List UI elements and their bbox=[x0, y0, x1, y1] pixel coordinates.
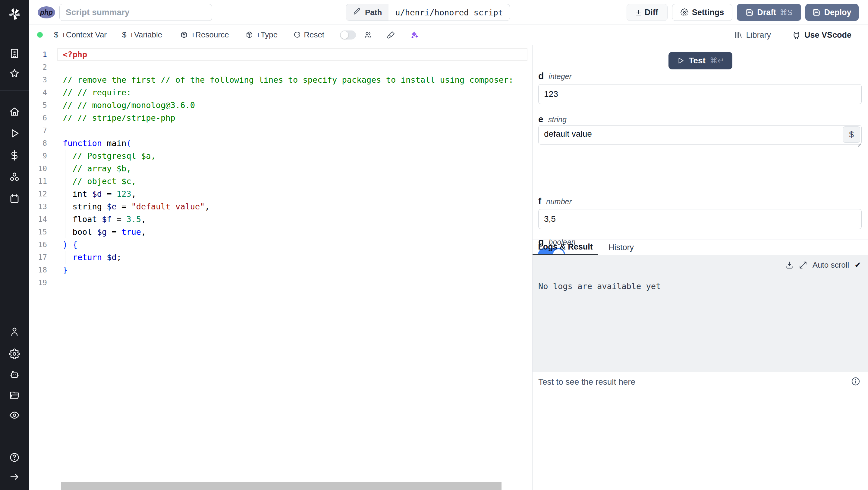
add-context-var-button[interactable]: $ +Context Var bbox=[54, 30, 107, 39]
field-input-d[interactable] bbox=[538, 84, 862, 104]
line-number: 11 bbox=[29, 175, 47, 188]
use-vscode-button[interactable]: Use VScode bbox=[792, 30, 851, 40]
field-input-e[interactable]: default value bbox=[538, 125, 862, 145]
multiplayer-toggle[interactable] bbox=[340, 30, 356, 39]
deploy-button[interactable]: Deploy bbox=[805, 4, 859, 21]
test-shortcut: ⌘↵ bbox=[710, 56, 724, 65]
code-line[interactable]: 19 bbox=[29, 277, 532, 289]
settings-button[interactable]: Settings bbox=[672, 4, 733, 21]
vscode-cat-icon bbox=[792, 31, 801, 39]
line-number: 8 bbox=[29, 137, 47, 150]
windmill-logo[interactable] bbox=[7, 6, 22, 22]
path-editor[interactable]: Path u/henri/honored_script bbox=[346, 4, 510, 21]
save-icon bbox=[812, 8, 820, 16]
resources-cubes-icon[interactable] bbox=[9, 172, 20, 182]
settings-gear-icon[interactable] bbox=[9, 348, 20, 359]
horizontal-scrollbar-thumb[interactable] bbox=[61, 482, 501, 490]
line-number: 18 bbox=[29, 264, 47, 277]
audit-eye-icon[interactable] bbox=[9, 410, 20, 421]
runs-play-icon[interactable] bbox=[9, 128, 20, 139]
sidebar-divider bbox=[0, 90, 29, 91]
code-editor[interactable]: 1<?php23// remove the first // of the fo… bbox=[29, 45, 532, 490]
code-line[interactable]: 9 // Postgresql $a, bbox=[29, 150, 532, 162]
check-icon[interactable]: ✔ bbox=[855, 260, 861, 270]
line-number: 1 bbox=[29, 48, 47, 61]
line-number: 15 bbox=[29, 226, 47, 238]
line-number: 16 bbox=[29, 238, 47, 251]
field-label-f: f number bbox=[538, 196, 572, 206]
code-line[interactable]: 17 return $d; bbox=[29, 251, 532, 264]
no-logs-message: No logs are available yet bbox=[538, 282, 661, 291]
refresh-icon bbox=[293, 31, 301, 39]
code-line[interactable]: 2 bbox=[29, 61, 532, 74]
code-line[interactable]: 15 bool $g = true, bbox=[29, 226, 532, 238]
line-number: 3 bbox=[29, 74, 47, 86]
library-icon bbox=[734, 31, 742, 39]
help-icon[interactable] bbox=[9, 452, 20, 463]
code-line[interactable]: 3// remove the first // of the following… bbox=[29, 74, 532, 86]
code-line[interactable]: 12 int $d = 123, bbox=[29, 188, 532, 200]
draft-button[interactable]: Draft ⌘S bbox=[737, 4, 801, 21]
favorites-star-icon[interactable] bbox=[9, 68, 20, 79]
line-number: 17 bbox=[29, 251, 47, 264]
php-language-badge: php bbox=[38, 6, 55, 19]
code-line[interactable]: 8function main( bbox=[29, 137, 532, 150]
user-icon[interactable] bbox=[9, 326, 20, 337]
test-button[interactable]: Test ⌘↵ bbox=[669, 52, 733, 69]
schedules-calendar-icon[interactable] bbox=[9, 194, 20, 204]
code-line[interactable]: 14 float $f = 3.5, bbox=[29, 213, 532, 226]
folders-icon[interactable] bbox=[9, 390, 20, 400]
info-icon[interactable] bbox=[851, 377, 861, 386]
expand-sidebar-arrow-icon[interactable] bbox=[9, 471, 20, 482]
code-line[interactable]: 5// // monolog/monolog@3.6.0 bbox=[29, 99, 532, 112]
status-dot bbox=[37, 32, 43, 38]
insert-variable-button[interactable]: $ bbox=[843, 126, 860, 143]
code-line[interactable]: 10 // array $b, bbox=[29, 162, 532, 175]
field-input-f[interactable] bbox=[538, 209, 862, 229]
line-number: 2 bbox=[29, 61, 47, 74]
results-tabs: Logs & Result History bbox=[532, 239, 868, 255]
logs-panel: Auto scroll ✔ No logs are available yet bbox=[532, 255, 868, 372]
line-number: 9 bbox=[29, 150, 47, 162]
result-area: Test to see the result here bbox=[532, 372, 868, 490]
package-icon bbox=[246, 31, 253, 39]
path-value: u/henri/honored_script bbox=[389, 4, 510, 21]
line-number: 13 bbox=[29, 200, 47, 213]
code-line[interactable]: 1<?php bbox=[29, 48, 532, 61]
sidebar bbox=[0, 0, 29, 490]
add-resource-button[interactable]: +Resource bbox=[180, 30, 229, 39]
ai-sparkles-icon[interactable] bbox=[410, 31, 418, 39]
tab-history[interactable]: History bbox=[609, 240, 634, 255]
users-icon[interactable] bbox=[364, 31, 372, 39]
editor-toolbar: $ +Context Var $ +Variable +Resource +Ty… bbox=[29, 25, 868, 45]
auto-scroll-label[interactable]: Auto scroll bbox=[812, 260, 849, 270]
code-line[interactable]: 4// // require: bbox=[29, 86, 532, 99]
variables-dollar-icon[interactable] bbox=[9, 150, 20, 161]
code-line[interactable]: 16) { bbox=[29, 238, 532, 251]
add-variable-button[interactable]: $ +Variable bbox=[122, 30, 162, 39]
script-summary-input[interactable] bbox=[59, 4, 212, 21]
workspace-icon[interactable] bbox=[9, 48, 20, 59]
expand-logs-icon[interactable] bbox=[799, 261, 807, 269]
line-number: 14 bbox=[29, 213, 47, 226]
diff-button[interactable]: ± Diff bbox=[627, 4, 668, 21]
code-line[interactable]: 18} bbox=[29, 264, 532, 277]
path-label: Path bbox=[365, 8, 382, 17]
field-label-d: d integer bbox=[538, 71, 572, 81]
reset-button[interactable]: Reset bbox=[293, 30, 324, 39]
line-number: 5 bbox=[29, 99, 47, 112]
dollar-icon: $ bbox=[122, 30, 126, 39]
package-icon bbox=[180, 31, 188, 39]
code-line[interactable]: 7 bbox=[29, 124, 532, 137]
code-line[interactable]: 13 string $e = "default value", bbox=[29, 200, 532, 213]
tab-logs-result[interactable]: Logs & Result bbox=[532, 240, 598, 255]
code-line[interactable]: 11 // object $c, bbox=[29, 175, 532, 188]
code-line[interactable]: 6// // stripe/stripe-php bbox=[29, 112, 532, 124]
workers-robot-icon[interactable] bbox=[9, 369, 20, 380]
library-button[interactable]: Library bbox=[734, 30, 771, 40]
format-brush-icon[interactable] bbox=[387, 31, 395, 39]
download-logs-icon[interactable] bbox=[785, 261, 794, 269]
pencil-icon bbox=[353, 7, 361, 18]
home-icon[interactable] bbox=[9, 106, 20, 117]
add-type-button[interactable]: +Type bbox=[246, 30, 278, 39]
